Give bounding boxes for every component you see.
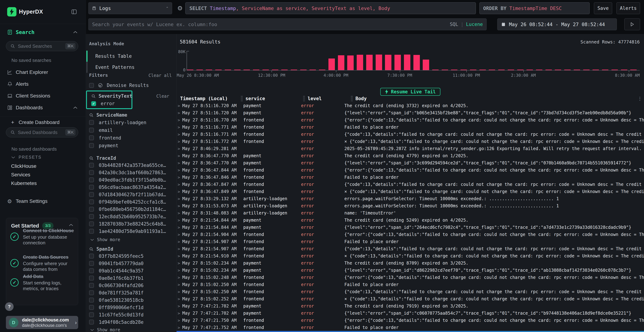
mode-sql-toggle[interactable]: SQL [450, 22, 458, 27]
checkbox[interactable] [89, 207, 94, 212]
table-row[interactable]: > May 27 8:33:29.132 AM artillery-loadge… [176, 195, 644, 202]
table-row[interactable]: > May 27 8:31:53.073 AM artillery-loadge… [176, 202, 644, 210]
checkbox[interactable] [89, 200, 94, 204]
filter-option[interactable]: email [86, 126, 175, 134]
saved-searches-input[interactable]: Saved Searches ⌘K [6, 41, 78, 51]
table-row[interactable]: > May 27 7:47:21.702 AM payment error {"… [176, 310, 644, 317]
table-scrollbar[interactable] [176, 331, 644, 332]
filter-option[interactable]: artillery-loadgen [86, 118, 175, 126]
table-row[interactable]: > May 27 8:21:54.907 AM frontend error {… [176, 245, 644, 252]
preset-item[interactable]: Services [0, 170, 86, 179]
table-row[interactable]: > May 27 8:15:02.250 AM frontend error F… [176, 281, 644, 288]
checkbox[interactable] [89, 222, 94, 226]
sidebar-item-dashboards[interactable]: Dashboards [0, 104, 86, 112]
sidebar-item-alerts[interactable]: Alerts [0, 80, 86, 88]
help-button[interactable]: ? [5, 302, 14, 311]
checkbox[interactable] [89, 128, 94, 132]
table-row[interactable]: > May 27 7:47:21.752 AM frontend error F… [176, 324, 644, 331]
source-settings-gear-icon[interactable]: ⚙ [176, 5, 184, 12]
filter-option[interactable]: payment [86, 142, 175, 149]
mode-lucene-toggle[interactable]: Lucene [466, 22, 483, 27]
checkbox[interactable] [89, 214, 94, 219]
filter-option[interactable]: 0fbe680eb456750b2d1184c… [86, 206, 175, 213]
table-row[interactable]: > May 27 8:36:47.849 AM frontend error ×… [176, 188, 644, 195]
column-resize-handle[interactable] [241, 96, 242, 101]
table-options-kebab-icon[interactable]: ⋮ [638, 96, 642, 101]
sidebar-item-chart-explorer[interactable]: Chart Explorer [0, 68, 86, 76]
clear-all-button[interactable]: Clear all [148, 73, 172, 78]
table-row[interactable]: > May 27 8:15:02.250 AM frontend error {… [176, 288, 644, 295]
alerts-button[interactable]: Alerts [616, 2, 640, 14]
table-row[interactable]: > May 27 8:51:16.720 AM payment error Th… [176, 102, 644, 109]
checkbox[interactable] [89, 229, 94, 234]
checkbox[interactable] [89, 192, 94, 197]
filter-option[interactable]: frontend [86, 134, 175, 142]
filter-option[interactable]: 049ed0ac3fdb1f3f15a0b0b… [86, 176, 175, 184]
table-row[interactable]: > May 27 8:51:16.771 AM frontend error {… [176, 131, 644, 138]
table-row[interactable]: > May 27 8:36:47.847 AM frontend error {… [176, 181, 644, 188]
table-row[interactable]: > May 27 8:36:47.770 AM payment error Th… [176, 152, 644, 160]
denoise-toggle[interactable]: Denoise Results [89, 83, 149, 88]
table-row[interactable]: > May 27 8:51:16.720 AM payment error {"… [176, 109, 644, 116]
column-header-service[interactable]: service [246, 96, 303, 101]
chevron-up-icon[interactable] [69, 224, 73, 227]
create-dashboard-button[interactable]: + Create Dashboard [0, 118, 86, 126]
checkbox[interactable] [89, 83, 94, 88]
filter-option[interactable]: 0fae5381230518cb [86, 296, 175, 304]
checkbox[interactable] [89, 320, 94, 324]
sidebar-item-search[interactable]: Search [0, 28, 86, 36]
table-row[interactable]: > May 27 8:21:54.907 AM frontend error F… [176, 238, 644, 245]
checkbox[interactable] [89, 254, 94, 258]
checkbox[interactable] [89, 268, 94, 273]
table-row[interactable]: > May 27 8:36:47.770 AM payment error {"… [176, 160, 644, 166]
column-header-timestamp[interactable]: Timestamp (Local) [180, 96, 241, 101]
column-header-body[interactable]: Body [356, 96, 644, 101]
filter-option[interactable]: 09ab1c4544c9a357 [86, 267, 175, 274]
filter-option[interactable]: 18287038b73e882425c64b8… [86, 220, 175, 228]
table-row[interactable]: > May 27 7:47:21.750 AM frontend error {… [176, 317, 644, 324]
column-header-level[interactable]: level [308, 96, 351, 101]
filter-option[interactable]: 11c67fe55c0d13fd [86, 311, 175, 318]
filter-option[interactable]: 0c0667304fafd206 [86, 282, 175, 289]
saved-dashboards-input[interactable]: Saved Dashboards ⌘K [6, 127, 78, 138]
table-row[interactable]: > May 27 8:15:02.248 AM frontend error {… [176, 274, 644, 281]
column-resize-handle[interactable] [303, 96, 305, 101]
table-row[interactable]: > May 27 8:51:16.770 AM frontend error {… [176, 116, 644, 124]
source-select[interactable]: Logs ⌃ [88, 2, 172, 14]
checkbox[interactable] [89, 283, 94, 288]
table-row[interactable]: > May 27 7:47:21.702 AM payment error Th… [176, 302, 644, 310]
save-button[interactable]: Save [594, 2, 612, 14]
checkbox[interactable] [89, 170, 94, 175]
presets-section[interactable]: PRESETS [11, 155, 42, 160]
filter-option[interactable]: 07d184304627bf2f11b67dd… [86, 191, 175, 198]
chevron-up-icon[interactable] [73, 106, 78, 109]
table-row[interactable]: > May 27 8:15:02.234 AM payment error {"… [176, 267, 644, 274]
lucene-search-input[interactable]: Search your events w/ Lucene ex. column:… [88, 18, 486, 30]
trace-show-more[interactable]: Show more [90, 237, 120, 242]
filter-option[interactable]: 12ec8dd52b60b9525733b7e… [86, 213, 175, 220]
sidebar-collapse-icon[interactable] [70, 8, 78, 16]
table-row[interactable]: > May 27 8:21:54.844 AM payment error Th… [176, 216, 644, 224]
checkbox[interactable] [89, 305, 94, 310]
filter-option[interactable]: 0f94b9befe0b4252ccfa1c8… [86, 198, 175, 206]
table-row[interactable]: > May 27 8:46:29.281 AM error 2025-05-26… [176, 145, 644, 152]
get-started-item[interactable]: ✓ Add Data Start sending logs, metrics, … [10, 274, 74, 292]
checkbox[interactable] [89, 312, 94, 317]
checkbox[interactable] [89, 185, 94, 190]
preset-item[interactable]: ClickHouse [0, 162, 86, 170]
checkbox[interactable] [89, 290, 94, 295]
filter-option[interactable]: 03f7b824595feec5 [86, 252, 175, 260]
checkbox[interactable] [89, 276, 94, 280]
filter-option[interactable]: 0ae8e1f6c6b37fb1 [86, 274, 175, 282]
checkbox[interactable] [89, 261, 94, 266]
preset-item[interactable]: Kubernetes [0, 179, 86, 188]
filter-option[interactable]: 03b44828f42a3573ea655ce… [86, 162, 175, 169]
checkbox[interactable] [89, 163, 94, 168]
table-row[interactable]: > May 27 8:51:16.771 AM frontend error F… [176, 124, 644, 131]
hyperdx-logo-icon[interactable] [7, 7, 16, 16]
table-row[interactable]: > May 27 8:15:02.252 AM frontend error ×… [176, 295, 644, 302]
filter-option[interactable]: 056cd9acbaac8637a4354a2… [86, 184, 175, 191]
column-resize-handle[interactable] [351, 96, 352, 101]
chart-plot[interactable] [187, 51, 640, 70]
severity-clear-button[interactable]: Clear [156, 94, 169, 99]
